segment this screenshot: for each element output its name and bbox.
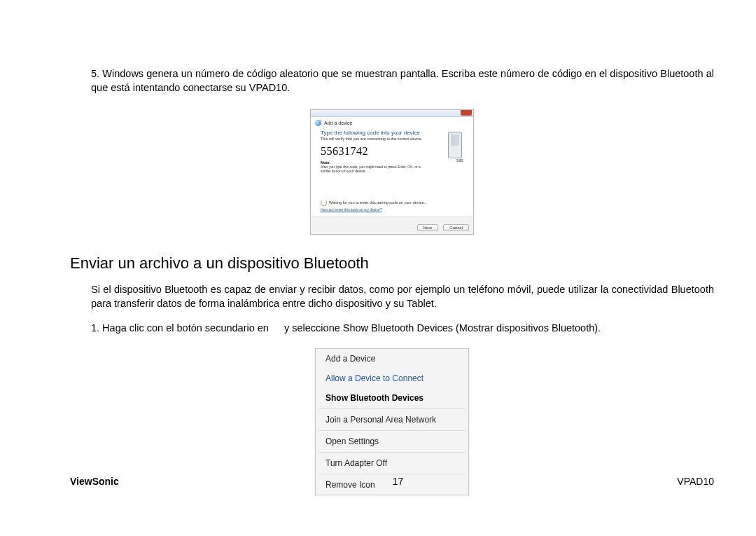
- step-1-text-b: y seleccione Show Bluetooth Devices (Mos…: [284, 322, 601, 334]
- menu-separator: [318, 408, 465, 409]
- menu-item-allow-a-device-to-connect[interactable]: Allow a Device to Connect: [316, 369, 468, 388]
- figure-bluetooth-menu: Add a DeviceAllow a Device to ConnectSho…: [70, 345, 714, 495]
- step-5-text: 5. Windows genera un número de código al…: [91, 67, 714, 95]
- dialog-heading: Type the following code into your device: [321, 130, 466, 136]
- footer-page-number: 17: [393, 476, 404, 487]
- spinner-icon: [321, 200, 327, 206]
- menu-separator: [318, 452, 465, 453]
- menu-item-add-a-device[interactable]: Add a Device: [316, 349, 468, 369]
- section-intro-text: Si el dispositivo Bluetooth es capaz de …: [91, 282, 714, 311]
- status-line: Waiting for you to enter this pairing co…: [321, 200, 466, 206]
- dialog-titlebar: [311, 110, 473, 117]
- menu-separator: [318, 430, 465, 431]
- dialog-subtext: This will verify that you are connecting…: [321, 137, 466, 141]
- cancel-button[interactable]: Cancel: [443, 224, 469, 231]
- dialog-button-bar: Next Cancel: [311, 217, 473, 234]
- menu-item-open-settings[interactable]: Open Settings: [316, 432, 468, 451]
- step-1-text-a: 1. Haga clic con el botón secundario en: [91, 322, 272, 334]
- note-text: After you type this code, you might need…: [321, 165, 426, 173]
- help-link[interactable]: How do I enter this code on my device?: [321, 207, 466, 212]
- footer-model: VPAD10: [677, 476, 714, 487]
- dialog-breadcrumb: Add a device: [311, 117, 473, 128]
- figure-add-device-dialog: Add a device Type the following code int…: [70, 105, 714, 242]
- menu-item-turn-adapter-off[interactable]: Turn Adapter Off: [316, 453, 468, 473]
- device-wizard-icon: [315, 120, 321, 126]
- breadcrumb-text: Add a device: [324, 121, 352, 125]
- menu-separator: [318, 474, 465, 474]
- next-button[interactable]: Next: [417, 224, 438, 231]
- close-icon[interactable]: [461, 110, 472, 116]
- phone-model-label: S68: [456, 158, 463, 163]
- step-1-text: 1. Haga clic con el botón secundario en …: [91, 321, 714, 335]
- page-footer: ViewSonic 17 VPAD10: [70, 476, 714, 487]
- footer-brand: ViewSonic: [70, 476, 119, 487]
- menu-item-show-bluetooth-devices[interactable]: Show Bluetooth Devices: [316, 388, 468, 408]
- section-title: Enviar un archivo a un dispositivo Bluet…: [70, 254, 714, 273]
- pairing-code: 55631742: [321, 145, 466, 158]
- phone-icon: [448, 132, 462, 158]
- status-text: Waiting for you to enter this pairing co…: [329, 200, 427, 205]
- menu-item-join-a-personal-area-network[interactable]: Join a Personal Area Network: [316, 410, 468, 430]
